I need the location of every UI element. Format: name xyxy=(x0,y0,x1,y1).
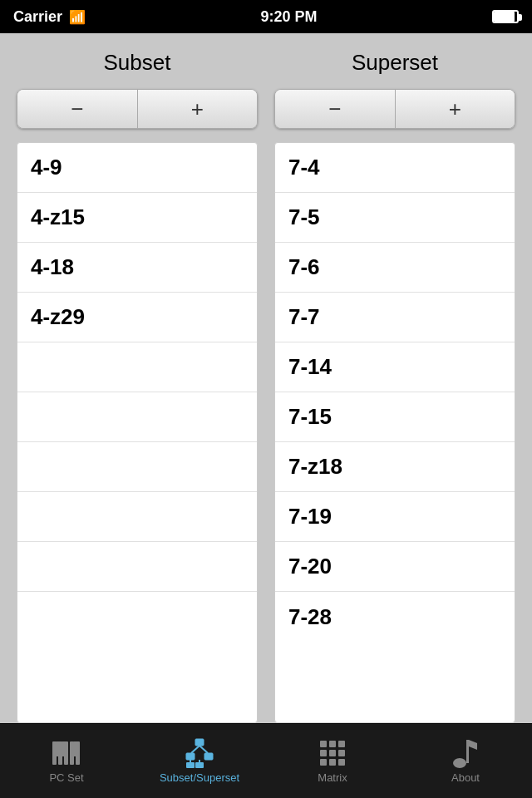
list-item xyxy=(17,592,257,642)
subset-btn-group: − + xyxy=(17,89,258,129)
svg-rect-24 xyxy=(329,759,336,766)
svg-rect-21 xyxy=(329,750,336,756)
svg-line-9 xyxy=(191,746,200,753)
tab-matrix[interactable]: Matrix xyxy=(266,724,399,798)
list-item[interactable]: 7-z18 xyxy=(275,442,515,492)
list-item[interactable]: 7-20 xyxy=(275,542,515,592)
list-item[interactable]: 7-14 xyxy=(275,342,515,392)
svg-rect-19 xyxy=(338,741,345,747)
tab-subset-superset[interactable]: Subset/Superset xyxy=(133,724,266,798)
tab-subset-superset-label: Subset/Superset xyxy=(160,771,239,784)
about-icon xyxy=(451,738,480,768)
subset-list: 4-9 4-z15 4-18 4-z29 xyxy=(17,142,258,723)
tab-pcset-label: PC Set xyxy=(49,771,83,784)
list-item[interactable]: 4-z15 xyxy=(17,193,257,243)
list-item[interactable]: 7-19 xyxy=(275,492,515,542)
svg-rect-7 xyxy=(73,741,77,756)
svg-rect-27 xyxy=(466,740,469,763)
matrix-icon xyxy=(318,738,347,768)
svg-rect-6 xyxy=(62,741,66,756)
wifi-icon: 📶 xyxy=(69,9,86,25)
status-time: 9:20 PM xyxy=(261,8,318,26)
svg-rect-22 xyxy=(338,750,345,756)
svg-point-26 xyxy=(453,758,466,768)
list-item[interactable]: 7-4 xyxy=(275,143,515,193)
superset-list: 7-4 7-5 7-6 7-7 7-14 7-15 7-z18 7-19 7-2… xyxy=(274,142,515,723)
list-item xyxy=(17,392,257,442)
svg-rect-17 xyxy=(320,741,327,747)
list-item[interactable]: 4-18 xyxy=(17,243,257,293)
list-item xyxy=(17,492,257,542)
list-item[interactable]: 4-9 xyxy=(17,143,257,193)
pcset-icon xyxy=(52,738,81,768)
svg-rect-23 xyxy=(320,759,327,766)
battery-icon xyxy=(492,10,519,23)
columns-header: Subset Superset xyxy=(17,50,515,76)
svg-rect-15 xyxy=(186,762,195,768)
controls-row: − + − + xyxy=(17,89,515,129)
status-left: Carrier 📶 xyxy=(13,8,86,26)
list-item xyxy=(17,542,257,592)
superset-decrement-button[interactable]: − xyxy=(275,90,396,128)
list-item[interactable]: 4-z29 xyxy=(17,293,257,342)
superset-btn-group: − + xyxy=(274,89,515,129)
list-item[interactable]: 7-28 xyxy=(275,592,515,642)
svg-rect-8 xyxy=(195,739,204,746)
tab-matrix-label: Matrix xyxy=(318,771,347,784)
tab-pcset[interactable]: PC Set xyxy=(0,724,133,798)
svg-rect-20 xyxy=(320,750,327,756)
svg-rect-16 xyxy=(195,762,204,768)
tab-about-label: About xyxy=(451,771,480,784)
carrier-label: Carrier xyxy=(13,8,62,26)
superset-increment-button[interactable]: + xyxy=(396,90,515,128)
list-item xyxy=(17,442,257,492)
list-item[interactable]: 7-15 xyxy=(275,392,515,442)
subset-header: Subset xyxy=(17,50,258,76)
status-bar: Carrier 📶 9:20 PM xyxy=(0,0,532,33)
svg-line-10 xyxy=(200,746,208,753)
list-item[interactable]: 7-7 xyxy=(275,293,515,342)
subset-increment-button[interactable]: + xyxy=(138,90,258,128)
list-item[interactable]: 7-6 xyxy=(275,243,515,293)
svg-rect-25 xyxy=(338,759,345,766)
subset-decrement-button[interactable]: − xyxy=(17,90,138,128)
tab-about[interactable]: About xyxy=(399,724,532,798)
tab-bar: PC Set Subset/Superset xyxy=(0,723,532,798)
svg-rect-11 xyxy=(186,753,195,760)
list-item[interactable]: 7-5 xyxy=(275,193,515,243)
svg-rect-5 xyxy=(56,741,60,756)
svg-rect-18 xyxy=(329,741,336,747)
main-content: Subset Superset − + − + 4-9 4-z15 4-18 4… xyxy=(0,33,532,723)
superset-header: Superset xyxy=(274,50,515,76)
lists-row: 4-9 4-z15 4-18 4-z29 7-4 7-5 7-6 7-7 7-1… xyxy=(17,142,515,723)
hierarchy-icon xyxy=(185,738,214,768)
svg-rect-12 xyxy=(204,753,213,760)
list-item xyxy=(17,342,257,392)
